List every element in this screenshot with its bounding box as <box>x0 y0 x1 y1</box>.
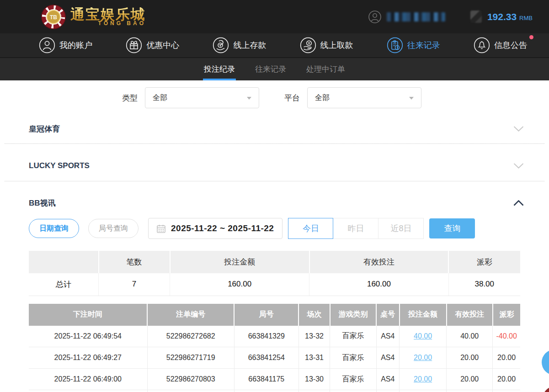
cell-order-no: 522986272682 <box>147 326 234 347</box>
cell-time: 2025-11-22 06:49:00 <box>29 369 147 390</box>
section-bb-live[interactable]: BB视讯 <box>0 194 549 212</box>
deposit-icon <box>213 37 229 53</box>
cell-game: 百家乐 <box>330 369 376 390</box>
summary-header-blank <box>29 251 99 273</box>
header-table-no: 桌号 <box>376 304 400 326</box>
header-order-no: 注单编号 <box>147 304 234 326</box>
summary-header-bet-amount: 投注金额 <box>170 251 309 273</box>
search-button[interactable]: 查询 <box>429 218 475 238</box>
last8days-button[interactable]: 近8日 <box>378 218 424 239</box>
record-subtabs: 投注纪录 往来记录 处理中订单 <box>0 58 549 80</box>
chevron-down-icon <box>409 97 414 100</box>
header-round-no: 局号 <box>234 304 298 326</box>
date-range-value: 2025-11-22 ~ 2025-11-22 <box>171 223 274 233</box>
user-avatar-icon[interactable] <box>368 11 381 23</box>
bet-amount-link[interactable]: 40.00 <box>414 332 432 340</box>
cell-time: 2025-11-22 06:49:54 <box>29 326 147 347</box>
notification-dot <box>529 35 533 39</box>
today-button[interactable]: 今日 <box>288 218 333 239</box>
cell-time: 2025-11-22 06:49:27 <box>29 347 147 369</box>
nav-promotions[interactable]: 优惠中心 <box>126 37 179 53</box>
platform-filter-label: 平台 <box>284 93 300 103</box>
cell-bet: 20.00 <box>400 347 447 369</box>
yesterday-button[interactable]: 昨日 <box>333 218 378 239</box>
summary-bet-amount: 160.00 <box>170 273 309 296</box>
header-game: 游戏类别 <box>330 304 376 326</box>
svg-text:TB: TB <box>50 14 57 21</box>
bet-amount-link[interactable]: 20.00 <box>414 375 432 383</box>
cell-bet: 40.00 <box>400 326 447 347</box>
cell-payout: 20.00 <box>493 347 520 369</box>
cell-session: 13-32 <box>298 326 330 347</box>
table-row: 2025-11-22 06:49:54 522986272682 6638413… <box>29 326 520 347</box>
summary-valid-bet: 160.00 <box>309 273 448 296</box>
section-title: LUCKY SPORTS <box>29 161 90 170</box>
summary-header-count: 笔数 <box>99 251 170 273</box>
filter-row: 类型 全部 平台 全部 <box>122 87 549 108</box>
withdraw-icon <box>300 37 316 53</box>
nav-deposit[interactable]: 线上存款 <box>213 37 266 53</box>
date-query-button[interactable]: 日期查询 <box>29 219 79 238</box>
nav-label: 线上存款 <box>233 40 266 51</box>
header-session: 场次 <box>298 304 330 326</box>
chevron-down-icon <box>513 126 524 132</box>
summary-total-label: 总计 <box>29 273 99 296</box>
cell-session: 13-31 <box>298 347 330 369</box>
cell-round-no: 663841254 <box>234 347 298 369</box>
cell-payout: -40.00 <box>493 326 520 347</box>
nav-label: 往来记录 <box>407 40 440 51</box>
main-nav: 我的账户 优惠中心 线上存款 线上取款 <box>0 33 549 58</box>
section-crown-sports[interactable]: 皇冠体育 <box>0 120 549 138</box>
brand-text: 通宝娱乐城 TONG BAO <box>70 7 146 26</box>
nav-label: 线上取款 <box>320 40 353 51</box>
section-title: BB视讯 <box>29 198 56 208</box>
wallet-icon[interactable] <box>470 11 482 23</box>
section-lucky-sports[interactable]: LUCKY SPORTS <box>0 157 549 175</box>
platform-select[interactable]: 全部 <box>307 87 421 108</box>
summary-count: 7 <box>99 273 170 296</box>
summary-payout: 38.00 <box>448 273 520 296</box>
table-header-row: 下注时间 注单编号 局号 场次 游戏类别 桌号 投注金额 有效投注 派彩 <box>29 304 520 326</box>
username-blurred[interactable] <box>387 12 445 21</box>
calendar-icon <box>157 224 165 233</box>
summary-total-row: 总计 7 160.00 160.00 38.00 <box>29 273 520 296</box>
type-select[interactable]: 全部 <box>145 87 259 108</box>
nav-transaction-records[interactable]: 往来记录 <box>387 37 440 53</box>
top-header: TB 通宝娱乐城 TONG BAO 192.33 RMB <box>0 0 549 33</box>
brand-title-en: TONG BAO <box>98 21 146 26</box>
nav-label: 我的账户 <box>59 40 92 51</box>
type-filter-label: 类型 <box>122 93 138 103</box>
cell-bet: 20.00 <box>400 369 447 390</box>
cell-session: 13-30 <box>298 369 330 390</box>
quick-date-group: 今日 昨日 近8日 <box>288 218 424 239</box>
table-row-partial <box>29 390 520 392</box>
bell-icon <box>474 37 490 53</box>
nav-withdraw[interactable]: 线上取款 <box>300 37 353 53</box>
poker-chip-icon: TB <box>41 5 66 29</box>
nav-label: 优惠中心 <box>146 40 179 51</box>
brand-title-cn: 通宝娱乐城 <box>70 7 146 21</box>
date-range-picker[interactable]: 2025-11-22 ~ 2025-11-22 <box>148 218 282 239</box>
tab-processing-orders[interactable]: 处理中订单 <box>305 58 346 80</box>
table-row: 2025-11-22 06:49:00 522986270803 6638411… <box>29 369 520 390</box>
nav-announcements[interactable]: 信息公告 <box>474 37 527 53</box>
header-bet: 投注金额 <box>400 304 447 326</box>
cell-valid-bet: 20.00 <box>447 369 493 390</box>
balance-amount: 192.33 <box>487 11 517 22</box>
divider <box>5 143 544 144</box>
brand-logo[interactable]: TB 通宝娱乐城 TONG BAO <box>41 5 146 29</box>
records-icon <box>387 37 403 53</box>
cell-valid-bet: 20.00 <box>447 347 493 369</box>
nav-my-account[interactable]: 我的账户 <box>39 37 92 53</box>
cell-game: 百家乐 <box>330 347 376 369</box>
tab-transaction-records[interactable]: 往来记录 <box>254 58 287 80</box>
bet-amount-link[interactable]: 20.00 <box>414 354 432 361</box>
cell-round-no: 663841329 <box>234 326 298 347</box>
query-controls: 日期查询 局号查询 2025-11-22 ~ 2025-11-22 今日 昨日 … <box>29 218 549 239</box>
tab-bet-records[interactable]: 投注纪录 <box>203 58 236 80</box>
header-time: 下注时间 <box>29 304 147 326</box>
cell-payout: 20.00 <box>493 369 520 390</box>
chevron-up-icon <box>513 200 524 206</box>
round-query-button[interactable]: 局号查询 <box>88 219 139 238</box>
table-row: 2025-11-22 06:49:27 522986271719 6638412… <box>29 347 520 369</box>
